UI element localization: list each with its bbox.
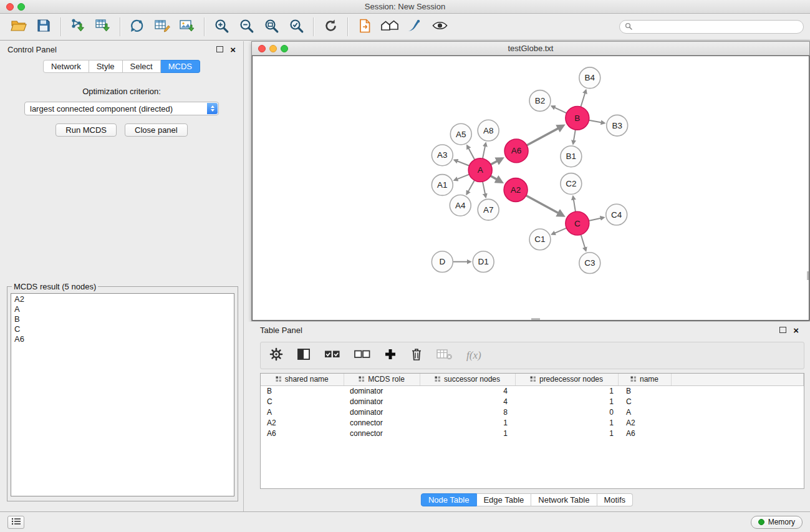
close-table-panel-icon[interactable]: × — [793, 326, 799, 335]
table-cell[interactable]: 0 — [515, 407, 618, 417]
table-row[interactable]: Adominator80A — [261, 407, 804, 417]
graph-edge-A-A4[interactable] — [467, 180, 475, 194]
table-cell[interactable]: dominator — [344, 385, 420, 396]
column-header-predecessor-nodes[interactable]: predecessor nodes — [515, 374, 618, 385]
horizontal-scroll-indicator[interactable] — [531, 318, 540, 320]
zoom-fit-button[interactable] — [259, 16, 284, 38]
show-hide-button[interactable] — [427, 16, 452, 38]
float-table-panel-icon[interactable] — [779, 327, 786, 333]
open-document-button[interactable] — [352, 16, 377, 38]
import-table-button[interactable] — [90, 16, 115, 38]
graph-edge-A2-C[interactable] — [526, 196, 563, 216]
table-cell[interactable]: connector — [344, 428, 420, 438]
graph-node-A2[interactable]: A2 — [504, 178, 528, 202]
graph-node-C[interactable]: C — [566, 211, 589, 235]
table-cell[interactable]: connector — [344, 417, 420, 428]
table-cell[interactable]: A2 — [261, 417, 344, 428]
table-cell[interactable]: 4 — [420, 385, 515, 396]
graph-node-A6[interactable]: A6 — [504, 139, 528, 163]
graph-node-B[interactable]: B — [566, 106, 589, 130]
vertical-scroll-indicator[interactable] — [807, 271, 809, 280]
graph-edge-B-B2[interactable] — [552, 106, 567, 113]
export-image-button[interactable] — [175, 16, 200, 38]
graph-node-D1[interactable]: D1 — [473, 251, 494, 273]
mcds-result-item[interactable]: A2 — [11, 294, 234, 304]
search-box[interactable] — [619, 20, 804, 34]
tab-network-table[interactable]: Network Table — [531, 493, 597, 506]
open-session-button[interactable] — [6, 16, 31, 38]
close-panel-button[interactable]: Close panel — [125, 123, 188, 137]
criterion-dropdown[interactable]: largest connected component (directed) — [24, 102, 219, 115]
column-header-name[interactable]: name — [618, 374, 671, 385]
zoom-network-window-button[interactable] — [281, 45, 288, 52]
show-columns-button[interactable] — [297, 348, 311, 363]
close-network-window-button[interactable] — [258, 45, 266, 52]
graph-edge-A-A1[interactable] — [455, 175, 470, 180]
float-panel-icon[interactable] — [216, 46, 223, 52]
table-cell[interactable]: 1 — [420, 428, 515, 438]
close-window-button[interactable] — [6, 3, 14, 11]
graph-node-B3[interactable]: B3 — [607, 115, 628, 136]
graph-edge-A-A3[interactable] — [455, 160, 470, 166]
mcds-result-item[interactable]: A6 — [11, 334, 234, 344]
graph-edge-C-C1[interactable] — [552, 228, 566, 235]
table-cell[interactable]: A2 — [618, 417, 671, 428]
table-cell[interactable]: A6 — [261, 428, 344, 438]
zoom-in-button[interactable] — [209, 16, 234, 38]
table-cell[interactable]: A6 — [618, 428, 671, 438]
mcds-result-list[interactable]: A2ABCA6 — [11, 293, 234, 496]
graph-edge-C-C3[interactable] — [581, 235, 586, 251]
close-panel-icon[interactable]: × — [230, 45, 236, 54]
mcds-result-item[interactable]: B — [11, 314, 234, 324]
table-cell[interactable]: B — [261, 385, 344, 396]
table-settings-button[interactable] — [269, 347, 283, 364]
delete-table-button[interactable] — [436, 348, 453, 363]
graph-edge-C-C2[interactable] — [573, 196, 576, 211]
column-header-MCDS-role[interactable]: MCDS role — [344, 374, 420, 385]
tab-network[interactable]: Network — [43, 60, 89, 73]
graph-node-C4[interactable]: C4 — [606, 204, 627, 225]
table-row[interactable]: Cdominator41C — [261, 396, 804, 407]
network-canvas[interactable]: B4B2BB3A5A8A6B1A3AC2A1A2A4A7C4CC1C3DD1 — [252, 56, 809, 321]
graph-edge-A6-B[interactable] — [527, 126, 563, 145]
graph-node-B1[interactable]: B1 — [561, 146, 582, 167]
graph-edge-B-B1[interactable] — [573, 130, 576, 143]
select-all-button[interactable] — [324, 349, 340, 362]
column-header-shared-name[interactable]: shared name — [261, 374, 344, 385]
table-cell[interactable]: 1 — [420, 417, 515, 428]
zoom-selected-button[interactable] — [284, 16, 309, 38]
graph-node-A4[interactable]: A4 — [450, 195, 471, 216]
table-cell[interactable]: 8 — [420, 407, 515, 417]
table-cell[interactable]: 1 — [515, 385, 618, 396]
graph-node-A8[interactable]: A8 — [478, 120, 499, 141]
zoom-out-button[interactable] — [234, 16, 259, 38]
tab-mcds[interactable]: MCDS — [161, 60, 200, 73]
table-cell[interactable]: 4 — [420, 396, 515, 407]
tab-edge-table[interactable]: Edge Table — [476, 493, 531, 506]
graph-edge-A-A7[interactable] — [483, 181, 486, 197]
add-column-button[interactable] — [384, 348, 397, 363]
table-row[interactable]: Bdominator41B — [261, 385, 804, 396]
table-cell[interactable]: dominator — [344, 407, 420, 417]
apply-style-button[interactable] — [402, 16, 427, 38]
zoom-window-button[interactable] — [17, 3, 25, 11]
graph-node-C3[interactable]: C3 — [579, 253, 600, 274]
table-cell[interactable]: 1 — [515, 428, 618, 438]
graph-node-B2[interactable]: B2 — [529, 90, 551, 112]
graph-edge-A-A6[interactable] — [491, 158, 502, 165]
clone-network-button[interactable] — [125, 16, 150, 38]
table-cell[interactable]: A — [261, 407, 344, 417]
import-network-button[interactable] — [65, 16, 90, 38]
table-cell[interactable]: 1 — [515, 417, 618, 428]
graph-edge-A-A5[interactable] — [467, 145, 475, 160]
deselect-all-button[interactable] — [354, 349, 370, 362]
task-history-button[interactable] — [7, 516, 24, 529]
graph-edge-A-A8[interactable] — [483, 143, 486, 159]
tab-node-table[interactable]: Node Table — [421, 493, 477, 506]
table-cell[interactable]: C — [618, 396, 671, 407]
graph-edge-A-A2[interactable] — [491, 176, 502, 182]
tab-select[interactable]: Select — [123, 60, 161, 73]
graph-node-A3[interactable]: A3 — [432, 145, 453, 166]
minimize-network-window-button[interactable] — [269, 45, 277, 52]
function-builder-button[interactable]: f(x) — [466, 349, 481, 362]
